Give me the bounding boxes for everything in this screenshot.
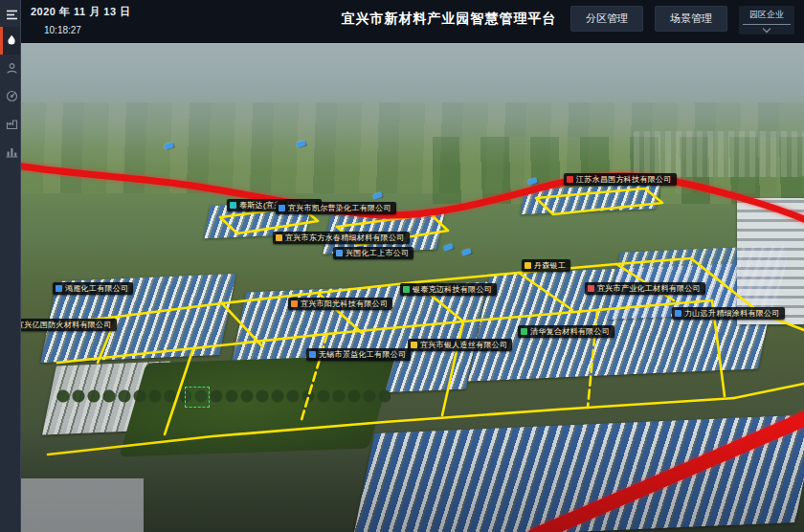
park-enterprise-dropdown[interactable]: 园区企业 xyxy=(739,6,794,34)
company-label-text: 丹森银工 xyxy=(534,261,566,270)
selection-box xyxy=(185,387,210,408)
company-marker-icon xyxy=(279,205,285,211)
company-marker-icon xyxy=(291,300,298,307)
datetime-block: 2020 年 11 月 13 日 10:18:27 xyxy=(31,5,131,35)
chevron-down-icon xyxy=(763,25,770,33)
company-label[interactable]: 宜兴亿国防火材料有限公司 xyxy=(21,319,117,331)
company-label-text: 力山远升精细涂料有限公司 xyxy=(684,309,780,318)
company-marker-icon xyxy=(567,176,573,183)
company-label[interactable]: 清华复合材料有限公司 xyxy=(518,325,614,338)
sidebar-item-personnel-tool[interactable] xyxy=(0,55,20,82)
company-label[interactable]: 鸿雁化工有限公司 xyxy=(53,282,133,295)
company-marker-icon xyxy=(276,234,282,241)
company-label[interactable]: 宜兴市东方永春精细材料有限公司 xyxy=(273,232,410,244)
company-marker-icon xyxy=(411,342,417,348)
company-label-text: 宜兴亿国防火材料有限公司 xyxy=(21,321,112,329)
map-3d-viewport[interactable]: 泰斯达(宜兴)有限公司宜兴市凯尔普染化工有限公司宜兴市东方永春精细材料有限公司兴… xyxy=(21,43,804,532)
time-text: 10:18:27 xyxy=(44,25,131,35)
sidebar-item-enterprise-tool[interactable] xyxy=(0,110,20,138)
gauge-icon xyxy=(6,90,18,102)
company-marker-icon xyxy=(588,285,594,292)
company-label-text: 宜兴市凯尔普染化工有限公司 xyxy=(288,204,391,212)
page-title: 宜兴市新材料产业园智慧管理平台 xyxy=(342,11,557,28)
company-marker-icon xyxy=(230,202,236,209)
bar-chart-icon xyxy=(6,145,18,158)
company-label[interactable]: 江苏永昌国方科技有限公司 xyxy=(564,173,677,186)
date-text: 2020 年 11 月 13 日 xyxy=(31,5,131,19)
company-marker-icon xyxy=(525,262,531,269)
company-label[interactable]: 无锡市景益化工有限公司 xyxy=(306,348,411,361)
company-label[interactable]: 银泰克迈科技有限公司 xyxy=(400,283,497,296)
menu-icon xyxy=(6,10,18,20)
company-label[interactable]: 丹森银工 xyxy=(522,259,570,272)
company-label-text: 清华复合材料有限公司 xyxy=(530,327,610,336)
company-label[interactable]: 兴国化工上市公司 xyxy=(333,247,413,259)
company-label-text: 鸿雁化工有限公司 xyxy=(65,284,128,293)
company-marker-icon xyxy=(675,310,681,317)
company-marker-icon xyxy=(309,351,316,358)
left-toolbar xyxy=(0,0,21,532)
company-label-text: 宜兴市东方永春精细材料有限公司 xyxy=(285,233,405,242)
user-icon xyxy=(6,62,18,75)
company-marker-icon xyxy=(56,285,62,292)
company-label-text: 宜兴市阳光科技有限公司 xyxy=(301,299,388,308)
company-label[interactable]: 宜兴市产业化工材料有限公司 xyxy=(585,282,705,295)
fire-icon xyxy=(6,34,17,47)
factory-icon xyxy=(6,118,18,130)
scene-management-button[interactable]: 场景管理 xyxy=(655,6,727,32)
company-marker-icon xyxy=(336,250,343,256)
company-label[interactable]: 宜兴市阳光科技有限公司 xyxy=(288,298,392,310)
company-label-text: 宜兴市产业化工材料有限公司 xyxy=(597,284,701,293)
company-label-text: 宜兴市银人造丝有限公司 xyxy=(420,341,507,349)
park-enterprise-dropdown-label: 园区企业 xyxy=(743,9,791,25)
company-label[interactable]: 宜兴市银人造丝有限公司 xyxy=(408,339,512,351)
sidebar-item-monitor-tool[interactable] xyxy=(0,82,20,110)
app-window: 2020 年 11 月 13 日 10:18:27 宜兴市新材料产业园智慧管理平… xyxy=(0,0,804,532)
hamburger-menu-button[interactable] xyxy=(0,2,20,27)
partition-management-button[interactable]: 分区管理 xyxy=(570,6,643,32)
company-label-text: 江苏永昌国方科技有限公司 xyxy=(576,175,672,184)
top-bar: 2020 年 11 月 13 日 10:18:27 宜兴市新材料产业园智慧管理平… xyxy=(21,0,804,43)
company-label-text: 无锡市景益化工有限公司 xyxy=(319,350,406,359)
company-label-text: 兴国化工上市公司 xyxy=(346,249,409,257)
sidebar-item-statistics-tool[interactable] xyxy=(0,138,20,166)
company-label-text: 银泰克迈科技有限公司 xyxy=(413,285,492,294)
sidebar-item-fire-tool[interactable] xyxy=(0,27,20,55)
top-right-actions: 分区管理 场景管理 园区企业 xyxy=(570,6,794,34)
company-marker-icon xyxy=(403,286,410,293)
company-label[interactable]: 力山远升精细涂料有限公司 xyxy=(672,307,785,320)
company-label[interactable]: 宜兴市凯尔普染化工有限公司 xyxy=(276,202,396,214)
company-marker-icon xyxy=(521,328,527,335)
